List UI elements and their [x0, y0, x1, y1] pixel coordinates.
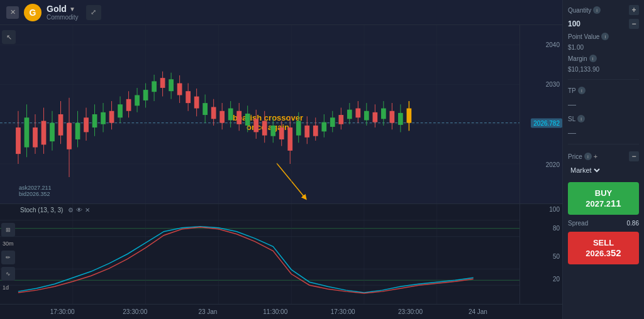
price-type-select[interactable]: Market — [568, 166, 602, 175]
y-axis: 2040 2030 2026.782 2020 — [519, 25, 562, 203]
svg-rect-72 — [262, 121, 267, 136]
buy-button[interactable]: BUY 2027.211 — [568, 182, 639, 215]
quantity-value[interactable]: 100 — [568, 19, 580, 28]
tp-row: TP i — [568, 85, 639, 96]
svg-rect-24 — [58, 114, 64, 136]
point-value-info-icon[interactable]: i — [601, 33, 609, 40]
quantity-plus-button[interactable]: + — [629, 5, 639, 15]
svg-rect-54 — [186, 91, 191, 103]
price-type-row: Price i + − — [568, 151, 639, 161]
current-price-label: 2026.782 — [531, 119, 562, 128]
stoch-yaxis: 100 80 50 20 — [519, 204, 562, 304]
stoch-80: 80 — [553, 225, 560, 232]
svg-rect-44 — [143, 90, 148, 100]
svg-rect-78 — [287, 127, 292, 151]
tp-info-icon[interactable]: i — [578, 87, 586, 94]
svg-rect-58 — [203, 103, 208, 115]
margin-amount-row: $10,133.90 — [568, 66, 639, 73]
left-tools: ↖ — [0, 25, 18, 203]
point-value-row: Point Value i — [568, 33, 639, 40]
x-label-3: 23 Jan — [198, 308, 217, 315]
close-button[interactable]: ✕ — [6, 6, 19, 19]
price-type-label: Price i + — [568, 153, 597, 160]
divider-1 — [568, 79, 639, 80]
price-info-icon[interactable]: i — [584, 153, 592, 160]
svg-rect-66 — [236, 111, 242, 124]
timeframe-30m[interactable]: 30m — [1, 239, 15, 248]
svg-rect-56 — [194, 97, 199, 109]
svg-rect-28 — [75, 123, 80, 139]
stoch-100: 100 — [549, 205, 560, 212]
svg-rect-100 — [381, 109, 386, 119]
tp-label-text: TP — [568, 87, 576, 94]
sl-info-icon[interactable]: i — [577, 115, 585, 122]
spread-value: 0.86 — [627, 220, 639, 227]
svg-rect-38 — [118, 104, 123, 117]
x-label-1: 17:30:00 — [50, 308, 75, 315]
x-label-4: 11:30:00 — [263, 308, 287, 315]
svg-rect-80 — [296, 121, 301, 136]
svg-rect-76 — [279, 127, 284, 139]
chart-area: ✕ G Gold ▼ Commodity ⤢ ↖ ask2027.211 — [0, 0, 562, 319]
svg-rect-30 — [84, 117, 89, 132]
price-2030: 2030 — [546, 80, 560, 87]
quantity-info-icon[interactable]: i — [593, 6, 601, 14]
svg-rect-34 — [101, 112, 106, 124]
sell-button[interactable]: SELL 2026.352 — [568, 232, 639, 264]
svg-rect-88 — [330, 117, 335, 127]
svg-rect-106 — [407, 109, 412, 123]
sell-label: SELL — [572, 238, 635, 247]
x-label-5: 17:30:00 — [331, 308, 355, 315]
quantity-minus-button[interactable]: − — [629, 19, 639, 29]
point-value-amount: $1.00 — [568, 44, 584, 51]
sell-price-big: 52 — [611, 247, 621, 258]
sl-value: — — [568, 127, 639, 139]
divider-2 — [568, 144, 639, 144]
svg-rect-18 — [33, 127, 38, 148]
quantity-row: Quantity i + — [568, 5, 639, 15]
quantity-value-row: 100 − — [568, 19, 639, 29]
margin-amount: $10,133.90 — [568, 66, 599, 73]
dropdown-arrow[interactable]: ▼ — [69, 6, 75, 13]
price-minus-button[interactable]: − — [629, 151, 639, 161]
expand-button[interactable]: ⤢ — [86, 5, 101, 20]
top-bar: ✕ G Gold ▼ Commodity ⤢ — [0, 0, 562, 25]
market-row: Market — [568, 166, 639, 175]
x-axis: 17:30:00 23:30:00 23 Jan 11:30:00 17:30:… — [0, 304, 562, 319]
margin-info-icon[interactable]: i — [589, 55, 597, 62]
price-2040: 2040 — [546, 41, 560, 48]
tp-label: TP i — [568, 87, 586, 94]
indicator-tool[interactable]: ∿ — [1, 267, 15, 281]
margin-label-text: Margin — [568, 55, 587, 62]
chart-wrapper: ↖ ask2027.211 bid2026.352 bearish crosso… — [0, 25, 562, 203]
sl-row: SL i — [568, 113, 639, 124]
svg-rect-68 — [245, 114, 250, 126]
timeframe-1d[interactable]: 1d — [1, 283, 15, 292]
stoch-50: 50 — [553, 252, 560, 259]
sl-label: SL i — [568, 115, 585, 122]
svg-rect-70 — [253, 119, 258, 132]
x-label-6: 23:30:00 — [398, 308, 423, 315]
asset-icon: G — [24, 4, 42, 21]
buy-price-main: 2027.2 — [586, 199, 611, 208]
asset-name-text: Gold — [47, 4, 67, 14]
svg-rect-48 — [160, 78, 165, 88]
asset-info: Gold ▼ Commodity — [47, 4, 79, 21]
quantity-label-text: Quantity — [568, 7, 591, 14]
cursor-tool[interactable]: ↖ — [2, 30, 16, 44]
sell-price: 2026.352 — [572, 247, 635, 258]
candlestick-chart[interactable]: ↖ ask2027.211 bid2026.352 bearish crosso… — [0, 25, 519, 203]
sl-label-text: SL — [568, 116, 575, 122]
x-label-7: 24 Jan — [469, 308, 487, 315]
price-plus-icon[interactable]: + — [594, 153, 597, 160]
svg-rect-104 — [398, 113, 403, 125]
svg-rect-32 — [92, 114, 97, 127]
stoch-tool-1[interactable]: ⊞ — [1, 223, 15, 237]
draw-tool[interactable]: ✏ — [1, 251, 15, 264]
svg-rect-26 — [67, 123, 72, 149]
price-2020: 2020 — [546, 161, 560, 168]
candle-svg — [0, 25, 519, 203]
svg-rect-86 — [321, 122, 326, 132]
spread-row: Spread 0.86 — [568, 219, 639, 228]
asset-name: Gold ▼ — [47, 4, 79, 14]
